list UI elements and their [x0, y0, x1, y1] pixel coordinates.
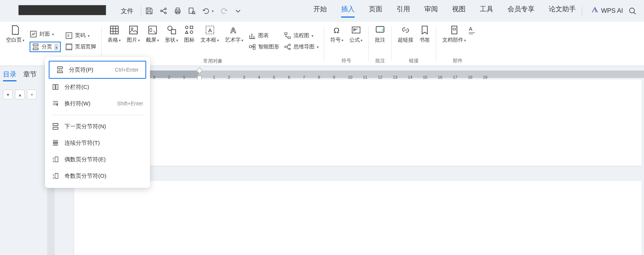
tab-view[interactable]: 视图 [452, 4, 466, 18]
divider [582, 6, 582, 15]
svg-rect-23 [190, 31, 193, 33]
dd-item-page-break[interactable]: 分页符(P) Ctrl+Enter [49, 61, 146, 79]
image-icon [128, 25, 139, 35]
comment-icon [375, 25, 385, 35]
wordart-label: 艺术字 [225, 37, 241, 44]
tab-review[interactable]: 审阅 [424, 4, 438, 18]
chart-button[interactable]: 图表 [249, 32, 279, 39]
dd-item-odd-section[interactable]: 13奇数页分节符(O) [45, 168, 150, 184]
smart-graphic-button[interactable]: 智能图形 [249, 43, 279, 51]
text-align-icon[interactable]: A [469, 25, 476, 35]
svg-rect-14 [66, 48, 72, 50]
search-icon[interactable] [628, 7, 637, 15]
dd-item-column-break[interactable]: 分栏符(C) [45, 79, 150, 95]
redo-icon[interactable] [220, 7, 228, 15]
print-preview-icon[interactable] [188, 7, 196, 15]
svg-text:#: # [67, 34, 70, 38]
blank-page-button[interactable]: 空白页▾ [3, 25, 27, 44]
tab-member[interactable]: 会员专享 [508, 4, 535, 18]
collapse-up-button[interactable]: ▴ [15, 90, 25, 99]
print-icon[interactable] [174, 7, 182, 15]
icon-label: 图标 [184, 37, 195, 44]
svg-point-8 [629, 8, 634, 13]
svg-rect-15 [110, 26, 118, 34]
dd-item-continuous-section[interactable]: 连续分节符(T) [45, 135, 150, 151]
topbar: 文件 ▾ 开始 插入 页面 引用 审阅 视图 工具 会员专享 论文助手 [0, 0, 644, 22]
page-number-button[interactable]: # 页码▾ [65, 32, 96, 39]
dd-label: 换行符(W) [64, 100, 90, 107]
tab-tools[interactable]: 工具 [480, 4, 493, 18]
formula-icon [351, 25, 361, 35]
wps-ai-button[interactable]: WPS AI [591, 6, 623, 16]
doc-parts-icon [449, 25, 460, 35]
svg-text:A: A [208, 27, 212, 33]
cover-page-icon [30, 30, 37, 38]
tab-thesis[interactable]: 论文助手 [549, 4, 576, 18]
wps-ai-label: WPS AI [601, 7, 623, 15]
flowchart-label: 流程图 [294, 32, 309, 39]
document-page-2[interactable] [74, 181, 642, 255]
tab-insert[interactable]: 插入 [341, 4, 355, 18]
dd-item-line-break[interactable]: 换行符(W) Shift+Enter [45, 95, 150, 112]
outline-panel: 目录 章节 ▾ ▴ + [0, 66, 47, 255]
side-tab-chapter[interactable]: 章节 [23, 70, 37, 80]
svg-text:A: A [230, 26, 236, 34]
file-label: 文件 [121, 7, 133, 15]
textbox-icon: A [205, 25, 215, 35]
symbol-button[interactable]: Ω符号▾ [327, 25, 346, 44]
save-icon[interactable] [145, 7, 153, 15]
tab-start[interactable]: 开始 [313, 4, 327, 18]
divider [51, 115, 144, 115]
ruler-horizontal[interactable]: 8765432112345678910111213141516171819 [74, 70, 644, 78]
side-tab-toc[interactable]: 目录 [3, 70, 16, 81]
svg-rect-13 [66, 44, 72, 45]
svg-text:Ω: Ω [333, 26, 339, 34]
header-footer-button[interactable]: 页眉页脚 [65, 43, 96, 51]
doc-parts-button[interactable]: 文档部件▾ [439, 25, 469, 44]
svg-rect-29 [253, 47, 255, 50]
column-break-icon [52, 83, 59, 91]
group-label-links: 链接 [409, 57, 419, 66]
expand-down-button[interactable]: ▾ [3, 90, 13, 99]
svg-point-17 [131, 28, 133, 30]
svg-rect-27 [249, 46, 252, 48]
svg-text:4: 4 [52, 160, 54, 163]
hyperlink-button[interactable]: 超链接 [395, 25, 416, 44]
comment-button[interactable]: 批注 [372, 25, 388, 44]
continuous-section-icon [52, 139, 59, 147]
dd-item-next-page-section[interactable]: 下一页分节符(N) [45, 118, 150, 135]
flowchart-button[interactable]: 流程图▾ [284, 32, 319, 39]
svg-point-33 [289, 44, 290, 45]
add-button[interactable]: + [27, 90, 37, 99]
page-break-button[interactable]: 分页 ▴ [30, 42, 61, 52]
share-icon[interactable] [159, 7, 168, 15]
chevron-up-icon: ▴ [54, 44, 58, 51]
tab-reference[interactable]: 引用 [397, 4, 410, 18]
document-page-1[interactable] [74, 80, 642, 166]
undo-button[interactable]: ▾ [202, 7, 214, 15]
flowchart-icon [284, 32, 291, 39]
chevron-down-icon: ▾ [22, 38, 24, 42]
symbol-icon: Ω [332, 25, 342, 35]
screenshot-button[interactable]: 截屏▾ [143, 25, 162, 44]
svg-point-2 [165, 12, 166, 14]
cover-page-button[interactable]: 封面▾ [30, 30, 61, 38]
image-button[interactable]: 图片▾ [124, 25, 143, 44]
icon-button[interactable]: 图标 [181, 25, 198, 44]
svg-point-1 [165, 8, 166, 9]
textbox-button[interactable]: A文本框▾ [198, 25, 222, 44]
mindmap-label: 思维导图 [294, 44, 315, 50]
wordart-button[interactable]: A艺术字▾ [222, 25, 246, 44]
table-button[interactable]: 表格▾ [105, 25, 124, 44]
mindmap-button[interactable]: 思维导图▾ [284, 43, 319, 51]
tab-page[interactable]: 页面 [369, 4, 382, 18]
dd-item-even-section[interactable]: 24偶数页分节符(E) [45, 151, 150, 168]
bookmark-button[interactable]: 书签 [416, 25, 433, 44]
icon-gallery-icon [184, 25, 195, 35]
page-break-label: 分页 [42, 44, 52, 50]
dd-label: 分页符(P) [69, 66, 93, 74]
shape-button[interactable]: 形状▾ [162, 25, 181, 44]
formula-button[interactable]: 公式▾ [346, 25, 365, 44]
more-chevron-icon[interactable] [234, 7, 242, 15]
chevron-down-icon: ▾ [212, 9, 214, 13]
